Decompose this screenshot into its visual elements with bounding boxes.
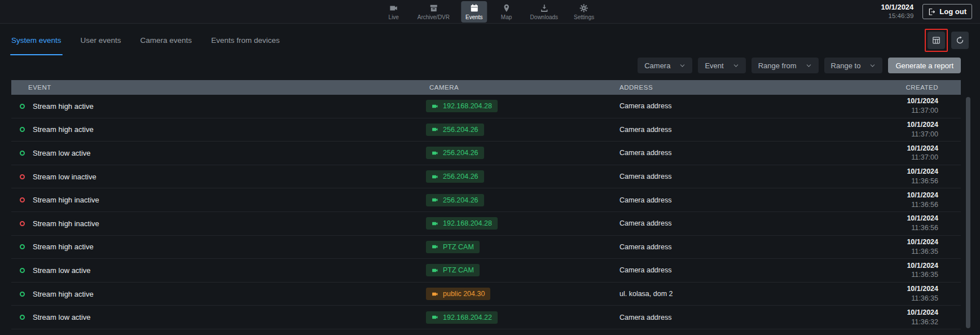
status-icon (20, 268, 25, 273)
created-cell: 10/1/2024 11:37:00 (820, 144, 961, 163)
refresh-button[interactable] (951, 32, 969, 49)
address-label: Camera address (619, 102, 671, 110)
table-row[interactable]: Stream high inactive 256.204.26 Camera a… (11, 188, 961, 212)
tab-system-events[interactable]: System events (11, 24, 61, 56)
clock-date: 10/1/2024 (881, 3, 914, 12)
nav-item-map[interactable]: Map (494, 1, 519, 23)
clock-time: 15:46:39 (881, 12, 914, 20)
created-time: 11:36:35 (820, 270, 938, 280)
dropdown-range-to[interactable]: Range to (824, 58, 883, 73)
highlight-annotation (925, 29, 948, 52)
table-scrollbar[interactable] (966, 97, 970, 328)
status-icon (20, 104, 25, 109)
chevron-down-icon (869, 63, 876, 69)
created-cell: 10/1/2024 11:36:35 (820, 261, 961, 280)
nav-item-archive-dvr[interactable]: Archive/DVR (413, 1, 454, 23)
camera-icon (432, 243, 439, 250)
generate-report-button[interactable]: Generate a report (888, 58, 961, 73)
logout-icon (928, 8, 936, 16)
table-row[interactable]: Stream low inactive 256.204.26 Camera ad… (11, 165, 961, 189)
address-label: Camera address (619, 219, 671, 227)
dropdown-label: Range to (831, 61, 861, 70)
archive-icon (429, 3, 438, 13)
created-date: 10/1/2024 (820, 237, 938, 247)
address-cell: Camera address (619, 102, 820, 110)
dropdown-range-from[interactable]: Range from (752, 58, 819, 73)
camera-badge[interactable]: 256.204.26 (426, 170, 484, 183)
camera-name: public 204.30 (443, 290, 485, 298)
map-icon (502, 3, 511, 13)
camera-icon (432, 149, 439, 157)
address-cell: Camera address (619, 149, 820, 157)
table-row[interactable]: Stream high active PTZ CAM Camera addres… (11, 236, 961, 259)
live-icon (389, 3, 398, 13)
address-label: Camera address (619, 126, 671, 134)
events-tabs: System events User events Camera events … (11, 24, 280, 56)
camera-cell: public 204.30 (426, 288, 619, 300)
camera-cell: 256.204.26 (426, 124, 619, 136)
event-cell: Stream low active (11, 313, 426, 321)
camera-badge[interactable]: 256.204.26 (426, 147, 484, 159)
created-cell: 10/1/2024 11:36:35 (820, 237, 961, 257)
camera-icon (432, 220, 439, 227)
camera-badge[interactable]: 256.204.26 (426, 194, 484, 206)
address-cell: Camera address (619, 196, 820, 204)
created-date: 10/1/2024 (820, 191, 938, 200)
nav-item-settings[interactable]: Settings (569, 1, 599, 23)
camera-badge[interactable]: PTZ CAM (426, 264, 480, 276)
tab-label: User events (81, 36, 121, 45)
created-cell: 10/1/2024 11:36:56 (820, 191, 961, 210)
created-date: 10/1/2024 (820, 120, 938, 130)
created-cell: 10/1/2024 11:37:00 (820, 120, 961, 139)
camera-badge[interactable]: PTZ CAM (426, 241, 480, 253)
camera-name: PTZ CAM (443, 243, 474, 251)
table-row[interactable]: Stream low active 192.168.204.22 Camera … (11, 306, 961, 329)
status-icon (20, 151, 25, 156)
table-row[interactable]: Stream high active public 204.30 ul. kol… (11, 283, 961, 306)
camera-cell: 192.168.204.28 (426, 100, 619, 112)
event-cell: Stream low active (11, 266, 426, 275)
tab-events-from-devices[interactable]: Events from devices (211, 24, 280, 56)
camera-cell: 192.168.204.28 (426, 217, 619, 230)
created-cell: 10/1/2024 11:36:35 (820, 284, 961, 303)
address-cell: Camera address (619, 219, 820, 227)
chevron-down-icon (733, 63, 739, 69)
report-view-button[interactable] (928, 32, 945, 49)
table-row[interactable]: Stream high active 256.204.26 Camera add… (11, 118, 961, 142)
status-icon (20, 197, 25, 202)
table-row[interactable]: Stream high active 192.168.204.28 Camera… (11, 95, 961, 118)
status-icon (20, 221, 25, 226)
camera-badge[interactable]: 256.204.26 (426, 124, 484, 136)
table-row[interactable]: Stream high inactive 192.168.204.28 Came… (11, 212, 961, 236)
column-header-created: CREATED (820, 84, 961, 91)
nav-item-events[interactable]: Events (461, 1, 487, 23)
dropdown-event[interactable]: Event (698, 58, 745, 73)
address-cell: Camera address (619, 314, 820, 321)
event-label: Stream high active (33, 125, 94, 134)
logout-button[interactable]: Log out (922, 4, 972, 19)
tab-user-events[interactable]: User events (81, 24, 121, 56)
status-icon (20, 174, 25, 179)
dropdown-label: Event (705, 61, 723, 70)
camera-name: 256.204.26 (443, 173, 478, 180)
camera-badge[interactable]: public 204.30 (426, 288, 490, 300)
address-cell: ul. kolasa, dom 2 (619, 290, 820, 298)
address-cell: Camera address (619, 266, 820, 274)
dropdown-camera[interactable]: Camera (638, 58, 692, 73)
event-cell: Stream high active (11, 125, 426, 134)
table-row[interactable]: Stream low active PTZ CAM Camera address… (11, 259, 961, 283)
address-label: ul. kolasa, dom 2 (619, 290, 673, 298)
table-row[interactable]: Stream low active 256.204.26 Camera addr… (11, 142, 961, 165)
nav-item-downloads[interactable]: Downloads (526, 1, 562, 23)
camera-badge[interactable]: 192.168.204.28 (426, 100, 498, 112)
created-date: 10/1/2024 (820, 284, 938, 294)
camera-badge[interactable]: 192.168.204.28 (426, 217, 498, 230)
created-date: 10/1/2024 (820, 167, 938, 177)
subheader-actions (925, 29, 969, 52)
tab-camera-events[interactable]: Camera events (140, 24, 192, 56)
camera-badge[interactable]: 192.168.204.22 (426, 311, 498, 324)
nav-item-label: Downloads (530, 15, 558, 20)
topbar: Live Archive/DVR Events Map Downloads Se… (0, 0, 980, 24)
topbar-right: 10/1/2024 15:46:39 Log out (881, 0, 973, 23)
nav-item-live[interactable]: Live (381, 1, 406, 23)
